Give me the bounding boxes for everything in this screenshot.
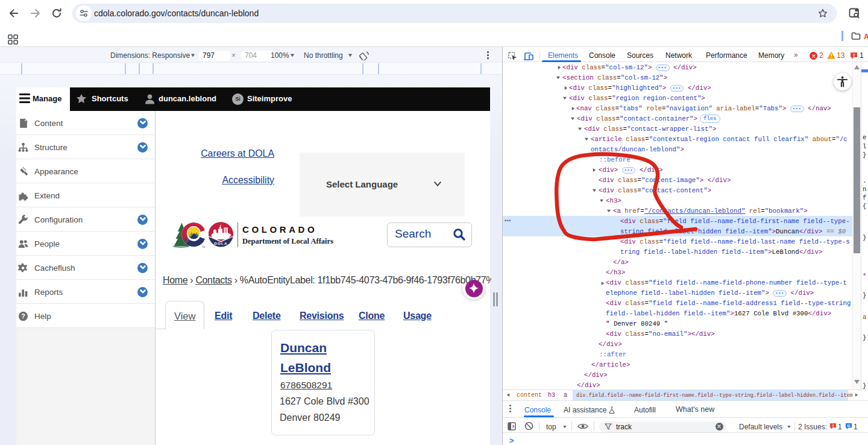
svg-text:DOLA: DOLA [214,241,227,245]
svg-text:?: ? [21,312,25,320]
svg-text:TM: TM [202,246,205,248]
